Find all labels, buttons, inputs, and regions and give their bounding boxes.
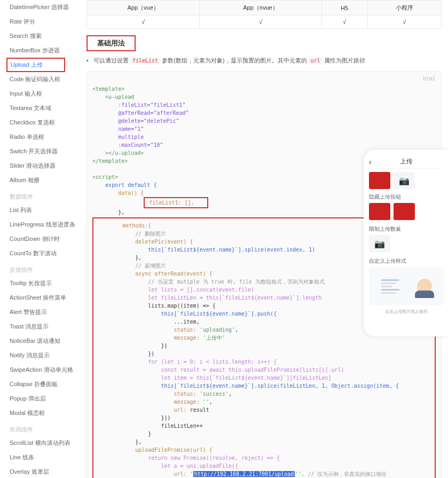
platform-support-table: App（vue）App（nvue）H5小程序 √√√√ — [87, 0, 442, 29]
sidebar-item[interactable]: Input 输入框 — [10, 87, 80, 101]
sidebar-heading: 布局组件 — [10, 420, 80, 436]
sidebar-heading: 数据组件 — [10, 187, 80, 203]
table-cell: √ — [200, 15, 321, 29]
sidebar-item[interactable]: List 列表 — [10, 203, 80, 217]
code-tag-filelist: fileList — [130, 57, 160, 64]
custom-upload-area[interactable] — [369, 267, 444, 305]
sidebar-item[interactable]: Search 搜索 — [10, 29, 80, 43]
sidebar-item[interactable]: Collapse 折叠面板 — [10, 377, 80, 391]
sidebar-item[interactable]: Line 线条 — [10, 450, 80, 465]
sidebar-item[interactable]: CountTo 数字滚动 — [10, 246, 80, 261]
sidebar-item[interactable]: DatetimePicker 选择器 — [10, 0, 80, 14]
custom-upload-caption: 点击上传图片或人像照 — [369, 309, 444, 315]
table-cell: √ — [321, 15, 367, 29]
sidebar-item[interactable]: LineProgress 线形进度条 — [10, 217, 80, 232]
table-header: H5 — [321, 1, 367, 15]
table-header: App（vue） — [87, 1, 200, 15]
phone-label-hide: 隐藏上传按钮 — [369, 193, 444, 201]
sidebar-item[interactable]: Modal 模态框 — [10, 406, 80, 420]
sidebar-item[interactable]: Tooltip 长按提示 — [10, 276, 80, 291]
sidebar-item[interactable]: Toast 消息提示 — [10, 319, 80, 334]
sidebar-item[interactable]: Slider 滑动选择器 — [10, 159, 80, 173]
table-cell: √ — [87, 15, 200, 29]
sidebar-item[interactable]: Notify 消息提示 — [10, 348, 80, 363]
back-icon[interactable]: ‹ — [369, 158, 372, 166]
sidebar-item[interactable]: Code 验证码输入框 — [10, 72, 80, 87]
document-icon — [381, 279, 399, 294]
section-title-basic: 基础用法 — [87, 35, 136, 51]
sidebar-item[interactable]: Rate 评分 — [10, 14, 80, 29]
upload-add-button[interactable]: 📷 — [394, 172, 415, 189]
code-language-label: html — [423, 75, 436, 83]
sidebar-item[interactable]: Popup 弹出层 — [10, 391, 80, 406]
sidebar-item[interactable]: ScrollList 横向滚动列表 — [10, 436, 80, 450]
highlight-upload-url: http://192.168.2.21:7001/upload — [193, 471, 295, 477]
table-header: 小程序 — [367, 1, 441, 15]
sidebar-item[interactable]: Checkbox 复选框 — [10, 115, 80, 130]
description: 可以通过设置 fileList 参数(数组，元素为对象)，显示预置的图片。其中元… — [87, 57, 442, 65]
sidebar-item[interactable]: Radio 单选框 — [10, 130, 80, 144]
sidebar-heading: 反馈组件 — [10, 261, 80, 276]
sidebar-item[interactable]: CountDown 倒计时 — [10, 232, 80, 246]
phone-label-limit: 限制上传数量 — [369, 225, 444, 233]
upload-thumb[interactable] — [369, 203, 390, 220]
phone-title: 上传 — [400, 157, 413, 166]
table-cell: √ — [367, 15, 441, 29]
code-tag-url: url — [309, 57, 323, 64]
main-content: App（vue）App（nvue）H5小程序 √√√√ 基础用法 可以通过设置 … — [80, 0, 448, 478]
phone-label-custom: 自定义上传样式 — [369, 257, 444, 265]
sidebar-item[interactable]: ActionSheet 操作菜单 — [10, 291, 80, 305]
upload-add-button[interactable]: 📷 — [369, 235, 390, 252]
sidebar-item[interactable]: Textarea 文本域 — [10, 101, 80, 115]
sidebar: DatetimePicker 选择器Rate 评分Search 搜索Number… — [0, 0, 80, 478]
sidebar-item[interactable]: Switch 开关选择器 — [10, 144, 80, 159]
sidebar-item[interactable]: NumberBox 步进器 — [10, 43, 80, 58]
sidebar-item[interactable]: SwipeAction 滑动单元格 — [10, 363, 80, 377]
sidebar-item[interactable]: Alert 警告提示 — [10, 305, 80, 319]
phone-header: ‹ 上传 — [369, 155, 444, 169]
avatar-icon — [417, 279, 432, 294]
upload-thumb[interactable] — [369, 172, 390, 189]
phone-preview: ‹ 上传 📷 隐藏上传按钮 限制上传数量 📷 自定 — [364, 150, 448, 336]
sidebar-item[interactable]: Album 相册 — [10, 173, 80, 187]
sidebar-item[interactable]: Upload 上传 — [6, 58, 65, 72]
sidebar-item[interactable]: NoticeBar 滚动通知 — [10, 334, 80, 348]
table-header: App（nvue） — [200, 1, 321, 15]
upload-thumb[interactable] — [394, 203, 415, 220]
sidebar-item[interactable]: Overlay 遮罩层 — [10, 465, 80, 478]
highlight-filelist-init: fileList1: [], — [144, 197, 208, 208]
